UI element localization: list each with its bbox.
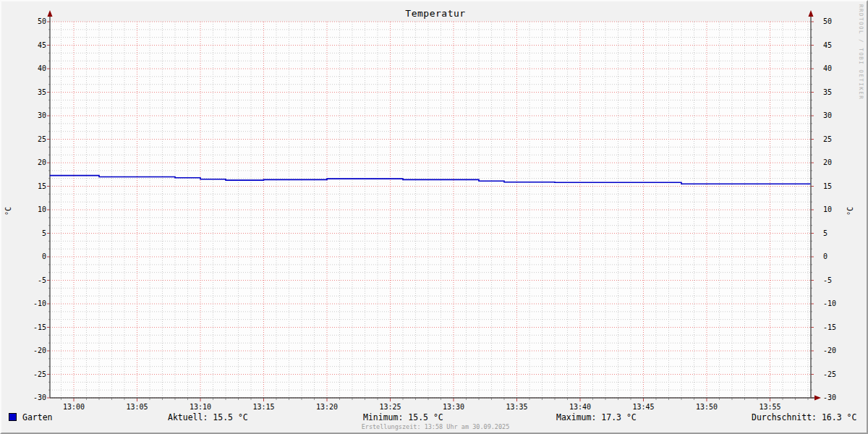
y-tick-label: 45: [22, 42, 46, 49]
y-tick-label: 30: [823, 112, 848, 119]
y-tick-label: 35: [823, 89, 848, 96]
y-tick-label: -25: [22, 371, 46, 378]
rrdtool-temperature-graph: Temperatur 50454035302520151050-5-10-15-…: [0, 0, 868, 434]
y-tick-label: 15: [22, 183, 46, 190]
y-tick-label: 25: [22, 136, 46, 143]
y-tick-label: -25: [823, 371, 848, 378]
y-tick-label: -20: [22, 347, 46, 354]
y-axis-unit-right: °C: [843, 204, 857, 218]
y-tick-label: 35: [22, 89, 46, 96]
legend-durchschnitt-value: Durchschnitt: 16.3 °C: [752, 412, 856, 422]
legend-series-label: Garten: [22, 412, 53, 422]
y-tick-label: 20: [22, 159, 46, 166]
legend-maximum-value: Maximum: 17.3 °C: [556, 412, 637, 422]
y-tick-label: 15: [823, 183, 848, 190]
y-tick-label: -5: [823, 277, 848, 284]
y-tick-label: -15: [823, 324, 848, 331]
y-tick-label: -5: [22, 277, 46, 284]
y-tick-label: 5: [22, 230, 46, 237]
x-tick-label: 13:40: [566, 404, 595, 411]
y-tick-label: -30: [823, 394, 848, 401]
x-tick-label: 13:25: [376, 404, 405, 411]
y-tick-label: -20: [823, 347, 848, 354]
x-tick-label: 13:30: [439, 404, 468, 411]
legend-color-swatch: [9, 413, 17, 421]
y-tick-label: -10: [823, 300, 848, 307]
y-tick-label: 50: [823, 18, 848, 25]
x-tick-label: 13:20: [312, 404, 341, 411]
x-tick-label: 13:05: [123, 404, 152, 411]
y-tick-label: 50: [22, 18, 46, 25]
y-tick-label: 0: [22, 253, 46, 260]
y-tick-label: 40: [22, 65, 46, 72]
y-tick-label: -15: [22, 324, 46, 331]
y-tick-label: 40: [823, 65, 848, 72]
y-tick-label: 0: [823, 253, 848, 260]
x-tick-label: 13:50: [692, 404, 721, 411]
y-tick-label: 25: [823, 136, 848, 143]
x-tick-label: 13:00: [59, 404, 88, 411]
x-tick-label: 13:10: [186, 404, 215, 411]
y-tick-label: 5: [823, 230, 848, 237]
creation-time-note: Erstellungszeit: 13:58 Uhr am 30.09.2025: [1, 423, 868, 430]
y-tick-label: -30: [22, 394, 46, 401]
x-tick-label: 13:55: [756, 404, 785, 411]
plot-area: [1, 1, 868, 434]
y-axis-unit-left: °C: [1, 204, 15, 218]
y-tick-label: 45: [823, 42, 848, 49]
y-tick-label: -10: [22, 300, 46, 307]
y-tick-label: 10: [22, 206, 46, 213]
legend-minimum-value: Minimum: 15.5 °C: [363, 412, 443, 422]
y-tick-label: 20: [823, 159, 848, 166]
x-tick-label: 13:45: [629, 404, 658, 411]
legend-aktuell-value: Aktuell: 15.5 °C: [168, 412, 248, 422]
x-tick-label: 13:15: [250, 404, 278, 411]
x-tick-label: 13:35: [503, 404, 532, 411]
y-tick-label: 30: [22, 112, 46, 119]
rrdtool-watermark: RRDTOOL / TOBI OETIKER: [858, 4, 864, 100]
